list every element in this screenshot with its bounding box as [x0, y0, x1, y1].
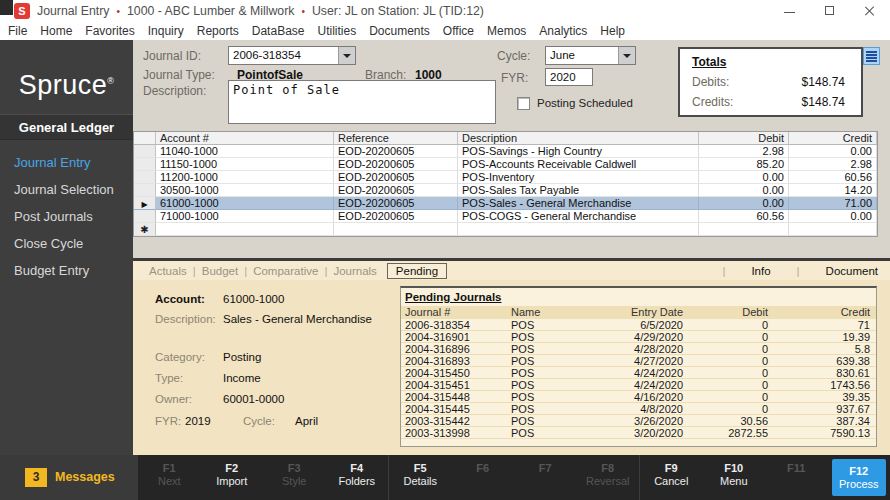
fyr-input[interactable]: 2020 — [545, 68, 593, 86]
pending-row[interactable]: 2004-315450POS 4/24/20200 830.61 — [401, 367, 876, 379]
journal-new-row[interactable]: ✱ — [134, 223, 877, 236]
menu-documents[interactable]: Documents — [369, 24, 430, 38]
maximize-icon — [825, 6, 834, 15]
pending-row[interactable]: 2003-313998POS 3/20/20202872.55 7590.13 — [401, 427, 876, 439]
pending-row[interactable]: 2004-316901POS 4/29/20200 19.39 — [401, 331, 876, 343]
fkey-f6: F6 — [452, 455, 515, 500]
fkey-f4-folders[interactable]: F4Folders — [326, 455, 389, 500]
pending-row[interactable]: 2004-315445POS 4/8/20200 937.67 — [401, 403, 876, 415]
menu-file[interactable]: File — [8, 24, 27, 38]
pending-row[interactable]: 2004-315448POS 4/16/20200 39.35 — [401, 391, 876, 403]
chevron-down-icon — [623, 54, 631, 62]
description-input[interactable]: Point of Sale — [228, 80, 496, 124]
menu-reports[interactable]: Reports — [197, 24, 239, 38]
sidebar-item-post-journals[interactable]: Post Journals — [0, 203, 133, 230]
tab-comparative[interactable]: Comparative — [247, 265, 324, 277]
document-link[interactable]: Document — [826, 265, 878, 277]
fkey-f9-cancel[interactable]: F9Cancel — [639, 455, 703, 500]
window-corner — [0, 0, 13, 15]
journal-table-header: Account # Reference Description Debit Cr… — [134, 132, 877, 145]
journal-row[interactable]: 11200-1000 EOD-20200605 POS-Inventory 0.… — [134, 171, 877, 184]
cycle-select[interactable]: June — [545, 46, 636, 65]
journal-entry-window: S Journal Entry • 1000 - ABC Lumber & Mi… — [0, 0, 890, 500]
messages-block[interactable]: 3 Messages — [0, 455, 138, 500]
journal-id-dropdown-button[interactable] — [338, 47, 355, 64]
title-bar: S Journal Entry • 1000 - ABC Lumber & Mi… — [0, 0, 890, 22]
journal-id-label: Journal ID: — [143, 49, 201, 63]
journal-row[interactable]: 11040-1000 EOD-20200605 POS-Savings - Hi… — [134, 145, 877, 158]
info-link[interactable]: Info — [751, 265, 770, 277]
detail-cycle-label: Cycle: — [243, 415, 275, 427]
menu-analytics[interactable]: Analytics — [539, 24, 587, 38]
journal-row[interactable]: 71000-1000 EOD-20200605 POS-COGS - Gener… — [134, 210, 877, 223]
menu-utilities[interactable]: Utilities — [317, 24, 356, 38]
fkey-f5-details[interactable]: F5Details — [388, 455, 452, 500]
fkey-f11: F11 — [765, 455, 828, 500]
trademark-symbol: ® — [107, 76, 114, 86]
pending-row[interactable]: 2004-316893POS 4/27/20200 639.38 — [401, 355, 876, 367]
fkey-f7: F7 — [514, 455, 577, 500]
cycle-dropdown-button[interactable] — [618, 47, 635, 64]
description-column-header[interactable]: Description — [458, 132, 699, 145]
journal-row[interactable]: 11150-1000 EOD-20200605 POS-Accounts Rec… — [134, 158, 877, 171]
pending-journals-title: Pending Journals — [405, 291, 502, 303]
sidebar-item-journal-selection[interactable]: Journal Selection — [0, 176, 133, 203]
message-count-badge: 3 — [25, 468, 47, 487]
minimize-button[interactable] — [770, 0, 810, 22]
debit-column-header[interactable]: Debit — [699, 132, 789, 145]
menu-inquiry[interactable]: Inquiry — [148, 24, 184, 38]
tab-actuals[interactable]: Actuals — [143, 265, 193, 277]
messages-label: Messages — [55, 470, 115, 484]
menu-home[interactable]: Home — [40, 24, 72, 38]
journal-form: Journal ID: 2006-318354 Cycle: June Jour… — [133, 40, 890, 258]
pending-row[interactable]: 2004-315451POS 4/24/20200 1743.56 — [401, 379, 876, 391]
credit-column-header[interactable]: Credit — [789, 132, 877, 145]
posting-scheduled-checkbox[interactable] — [517, 97, 530, 110]
pending-row[interactable]: 2004-316896POS 4/28/20200 5.8 — [401, 343, 876, 355]
function-key-bar: 3 Messages F1Next F2Import F3Style F4Fol… — [0, 455, 890, 500]
sidebar-item-close-cycle[interactable]: Close Cycle — [0, 230, 133, 257]
tab-journals[interactable]: Journals — [327, 265, 382, 277]
category-label: Category: — [155, 351, 205, 363]
account-inquiry-panel: Actuals | Budget | Comparative | Journal… — [133, 261, 890, 455]
pending-row[interactable]: 2006-318354POS 6/5/20200 71 — [401, 319, 876, 331]
row-pointer-icon: ▶ — [141, 200, 147, 209]
fkey-f12-process[interactable]: F12Process — [828, 455, 890, 500]
chevron-down-icon — [343, 54, 351, 62]
tab-strip-right: | Info | Document — [722, 265, 890, 277]
detail-description-label: Description: — [155, 313, 216, 325]
fkey-f8-reversal: F8Reversal — [577, 455, 640, 500]
list-icon[interactable] — [863, 47, 880, 65]
close-icon — [864, 5, 876, 17]
journal-id-select[interactable]: 2006-318354 — [228, 46, 356, 65]
description-label: Description: — [143, 84, 206, 98]
title-segment: User: JL on Station: JL (TID:12) — [312, 4, 484, 18]
detail-fyr-label: FYR: — [155, 415, 181, 427]
reference-column-header[interactable]: Reference — [334, 132, 458, 145]
menu-bar: File Home Favorites Inquiry Reports Data… — [0, 22, 890, 40]
menu-help[interactable]: Help — [600, 24, 625, 38]
totals-title: Totals — [692, 55, 726, 69]
pending-row[interactable]: 2003-315442POS 3/26/202030.56 387.34 — [401, 415, 876, 427]
menu-office[interactable]: Office — [443, 24, 474, 38]
menu-database[interactable]: DataBase — [252, 24, 305, 38]
account-column-header[interactable]: Account # — [156, 132, 334, 145]
window-title: Journal Entry • 1000 - ABC Lumber & Mill… — [37, 0, 484, 22]
process-button[interactable]: F12Process — [832, 459, 886, 496]
pending-journals-panel: Pending Journals Journal # Name Entry Da… — [400, 286, 877, 447]
tab-budget[interactable]: Budget — [196, 265, 244, 277]
detail-description-value: Sales - General Merchandise — [223, 313, 372, 325]
journal-row[interactable]: 30500-1000 EOD-20200605 POS-Sales Tax Pa… — [134, 184, 877, 197]
menu-memos[interactable]: Memos — [487, 24, 526, 38]
maximize-button[interactable] — [810, 0, 850, 22]
tab-pending[interactable]: Pending — [387, 263, 447, 279]
close-button[interactable] — [850, 0, 890, 22]
detail-fyr-value: 2019 — [185, 415, 211, 427]
fkey-f2-import[interactable]: F2Import — [201, 455, 264, 500]
journal-row-selected[interactable]: ▶ 61000-1000 EOD-20200605 POS-Sales - Ge… — [134, 197, 877, 210]
sidebar-item-journal-entry[interactable]: Journal Entry — [0, 149, 133, 176]
menu-favorites[interactable]: Favorites — [85, 24, 134, 38]
cycle-value: June — [546, 47, 618, 64]
sidebar-item-budget-entry[interactable]: Budget Entry — [0, 257, 133, 284]
fkey-f10-menu[interactable]: F10Menu — [703, 455, 766, 500]
